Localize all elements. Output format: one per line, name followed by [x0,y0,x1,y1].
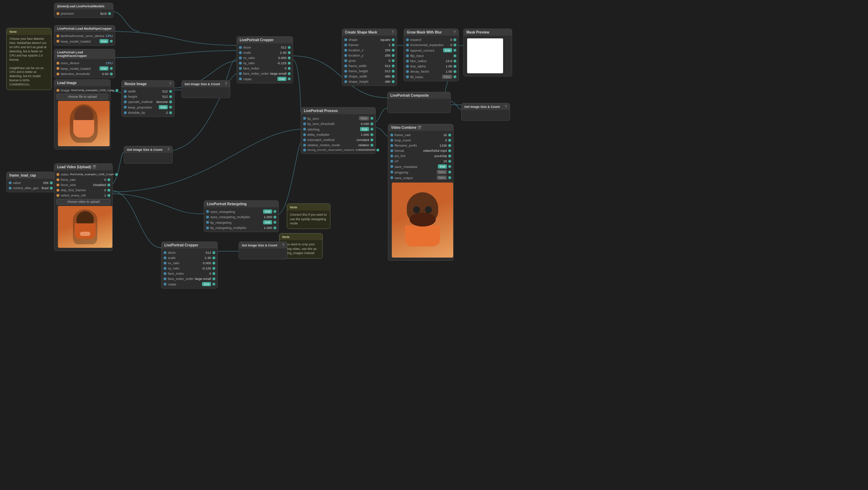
port-out [107,184,110,186]
port-dot [124,90,127,93]
port-out [448,139,451,142]
port-dot [164,283,166,285]
port-dot [206,216,209,218]
port-dot [57,89,59,92]
port-out [169,95,172,98]
onnx-device-row: landmarkrunner_onnx_device CPU [57,33,113,38]
port-out [454,38,456,41]
port-dot [124,111,127,114]
port-out [212,283,215,285]
port-dot [239,77,242,80]
resize-image-node[interactable]: Resize Image ? width 512 height 512 upsc… [121,80,174,117]
grow-mask-header: Grow Mask With Blur ? [404,29,458,36]
help-icon-2[interactable]: ? [392,30,394,34]
port-dot [344,49,347,52]
liveportrait-retargeting-node[interactable]: LivePortrait Retargeting eyes_retargetin… [204,200,279,232]
choose-video-btn[interactable]: choose video to upload [57,199,110,205]
help-icon-1[interactable]: ? [225,82,227,86]
liveportrait-composite-header: LivePortrait Composite [388,92,450,99]
node-canvas[interactable]: Note Choose your face detector here. Med… [0,0,868,490]
liveportrait-process-node[interactable]: LivePortrait Process lip_zero false lip_… [301,107,376,154]
port-out [454,54,456,57]
liveportrait-retargeting-header: LivePortrait Retargeting [204,201,278,207]
help-icon[interactable]: ? [169,82,171,86]
port-out [392,49,395,52]
port-out [212,251,215,254]
port-dot [124,106,127,109]
port-dot [344,54,347,57]
mask-preview-header: Mask Preview [464,29,512,36]
help-icon-6[interactable]: ? [282,243,284,247]
port-dot [303,144,306,147]
note-crop-text: If you want to crop your driving video, … [282,242,320,255]
port-dot [164,267,166,270]
port-out [115,89,118,92]
port-dot [390,176,393,179]
get-image-size-4-node[interactable]: Get Image Size & Count ? [239,242,287,259]
port-dot [57,178,59,181]
port-out [110,67,113,70]
help-icon-5[interactable]: ? [167,148,170,151]
get-image-size-1-header: Get Image Size & Count ? [182,81,230,87]
get-image-size-3-node[interactable]: Get Image Size & Count ? [124,146,173,164]
port-dot [344,38,347,41]
frame-load-cap-header: frame_load_cap [7,172,55,179]
port-out [454,75,456,78]
port-dot [303,149,306,151]
port-dot [57,194,59,197]
note-retargeting-text: Connect this if you want to use the eye/… [290,213,327,226]
mediapipe-header: LivePortrait Load MediaPipeCropper [54,25,115,32]
port-dot [57,40,59,43]
port-out [288,46,291,49]
frame-load-cap-node[interactable]: frame_load_cap value 256 control_after_g… [6,172,55,192]
liveportrait-composite-node[interactable]: LivePortrait Composite [387,92,451,113]
port-out [108,12,111,15]
port-dot [344,70,347,73]
choose-file-btn[interactable]: choose file to upload [57,94,108,99]
mask-preview-node[interactable]: Mask Preview [463,29,512,76]
create-shape-mask-node[interactable]: Create Shape Mask ? shape square frames … [342,29,397,86]
port-dot [57,73,59,75]
port-dot [406,54,409,57]
load-image-node[interactable]: Load Image image RunComfy_examples_1106_… [54,79,111,149]
note-main-node: Note Choose your face detector here. Med… [6,28,52,90]
port-out [50,187,53,190]
get-image-size-1-node[interactable]: Get Image Size & Count ? [181,80,230,98]
port-dot [57,173,59,176]
port-out [274,210,276,213]
grow-mask-blur-node[interactable]: Grow Mask With Blur ? expand 0 increment… [404,29,459,81]
port-dot [390,165,393,168]
port-dot [390,144,393,147]
port-out [371,139,373,141]
help-icon-3[interactable]: ? [454,30,456,34]
port-out [107,194,110,197]
port-dot [9,181,12,184]
download-models-header: (Down)Load LivePortraitModels [54,3,113,9]
port-out [448,165,451,168]
port-dot [124,101,127,103]
port-out [392,70,395,73]
port-dot [239,62,242,65]
port-out [392,80,395,83]
port-out [288,77,291,80]
get-image-size-2-node[interactable]: Get Image Size & Count ? [461,103,510,121]
port-out [448,144,451,147]
load-video-node[interactable]: Load Video (Upload) 🎬 video RunComfy_exa… [54,163,113,251]
port-out [371,122,373,125]
help-icon-4[interactable]: ? [505,105,507,109]
port-out [454,49,456,52]
liveportrait-cropper-2-node[interactable]: LivePortrait Cropper dsize 512 scale 2.3… [161,242,218,289]
port-dot [303,133,306,136]
video-combine-header: Video Combine 🎬 [388,124,453,131]
source-image-preview [58,101,110,146]
download-models-node[interactable]: (Down)Load LivePortraitModels precision … [54,3,113,18]
port-out [288,72,291,75]
port-out [392,44,395,46]
video-combine-node[interactable]: Video Combine 🎬 frame_rate 16 loop_count… [388,124,454,261]
insightface-cropper-node[interactable]: LivePortrait Load InsightFaceCropper onn… [54,49,115,78]
mediapipe-cropper-node[interactable]: LivePortrait Load MediaPipeCropper landm… [54,25,115,46]
port-dot [303,128,306,131]
resize-image-header: Resize Image ? [122,81,174,87]
liveportrait-cropper-1-node[interactable]: LivePortrait Cropper dsize 512 scale 2.3… [237,36,293,83]
liveportrait-process-header: LivePortrait Process [301,107,375,114]
